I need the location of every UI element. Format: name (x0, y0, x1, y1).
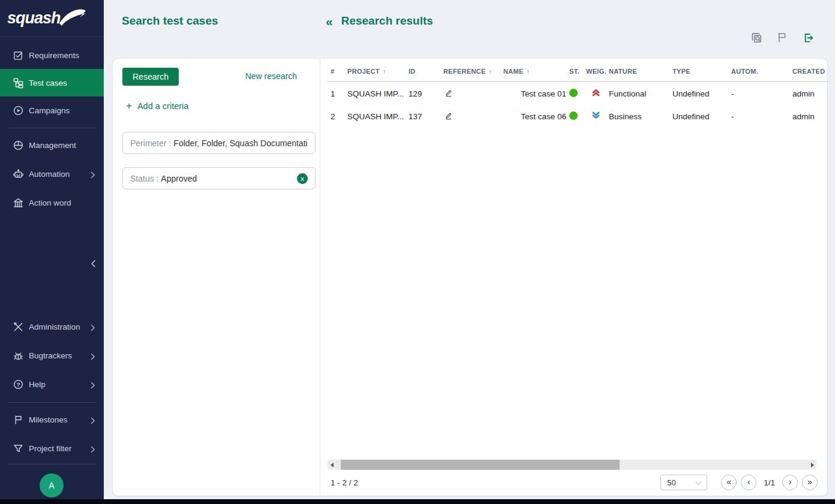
col-header-created[interactable]: CREATED (789, 59, 828, 82)
cell-type: Undefined (669, 105, 728, 128)
sort-asc-icon: ↑ (489, 68, 492, 75)
cell-reference (440, 82, 500, 105)
previous-page-button[interactable]: ‹ (741, 475, 756, 490)
sidebar-item-help[interactable]: ? Help (0, 370, 104, 399)
search-card: Research New research + Add a criteria P… (112, 58, 828, 496)
col-header-reference[interactable]: REFERENCE↑ (440, 59, 500, 82)
page-size-select[interactable]: 50 (660, 475, 707, 490)
first-page-button[interactable]: « (721, 475, 737, 490)
table-row[interactable]: 2 SQUASH IMP... 137 Test case 06 Busines… (328, 105, 828, 128)
sidebar-divider (7, 464, 97, 464)
sidebar-item-campaigns[interactable]: Campaigns (0, 96, 104, 124)
chevron-right-icon (91, 445, 97, 452)
export-icon[interactable] (801, 31, 815, 44)
remove-criteria-button[interactable]: x (297, 173, 308, 184)
sidebar-item-bugtrackers[interactable]: Bugtrackers (0, 341, 104, 370)
sort-asc-icon: ↑ (527, 68, 530, 75)
col-header-id[interactable]: ID (406, 59, 440, 82)
search-related-icon[interactable] (750, 31, 763, 44)
sidebar-item-label: Project filter (29, 444, 71, 453)
status-dot-icon (569, 89, 578, 97)
table-row[interactable]: 1 SQUASH IMP... 129 Test case 01 Functio… (328, 82, 828, 105)
sidebar-collapse-button[interactable] (86, 256, 100, 271)
col-header-automation[interactable]: AUTOM. (728, 59, 789, 82)
col-header-index[interactable]: # (328, 59, 344, 82)
sidebar-divider (7, 128, 97, 128)
criteria-chip-status[interactable]: Status : Approved x (122, 167, 316, 189)
criteria-label: Status : (130, 174, 161, 183)
scroll-right-arrow[interactable] (808, 460, 816, 470)
flag-icon (12, 414, 24, 425)
collapse-results-button[interactable]: « (326, 15, 333, 28)
sidebar-item-requirements[interactable]: Requirements (0, 41, 104, 69)
cell-name: Test case 06 (500, 105, 566, 128)
cell-name: Test case 01 (500, 82, 566, 105)
sidebar-item-label: Help (29, 380, 46, 389)
new-research-link[interactable]: New research (245, 71, 297, 81)
horizontal-scrollbar[interactable] (328, 460, 816, 470)
milestone-flag-icon[interactable] (776, 31, 789, 44)
logo-text: squash (7, 9, 61, 28)
sidebar-item-label: Administration (29, 322, 80, 331)
scroll-left-arrow[interactable] (328, 460, 336, 470)
add-criteria-button[interactable]: + Add a criteria (126, 100, 188, 112)
page-indicator: 1/1 (764, 478, 775, 487)
sidebar-item-milestones[interactable]: Milestones (0, 405, 104, 434)
automation-icon (12, 168, 24, 180)
research-button[interactable]: Research (122, 68, 179, 86)
last-page-button[interactable]: » (802, 475, 818, 490)
squash-logo[interactable]: squash (0, 0, 104, 37)
sidebar-item-test-cases[interactable]: Test cases (0, 69, 104, 96)
sidebar-item-label: Requirements (29, 51, 79, 60)
sidebar-item-label: Automation (29, 170, 70, 179)
tools-icon (12, 321, 24, 333)
col-header-name[interactable]: NAME↑ (500, 59, 566, 82)
edit-reference-icon[interactable] (443, 90, 453, 99)
chevron-right-icon (91, 323, 97, 330)
page-title-results: Research results (341, 14, 433, 28)
cell-weight (583, 82, 606, 105)
sidebar-item-administration[interactable]: Administration (0, 312, 104, 341)
page-title-search: Search test cases (122, 14, 218, 28)
results-panel: # PROJECT↑ ID REFERENCE↑ NAME↑ ST. WEIG.… (320, 59, 827, 496)
sidebar-item-label: Campaigns (29, 106, 70, 115)
research-panel: Research New research + Add a criteria P… (113, 59, 320, 496)
sidebar-item-label: Milestones (29, 415, 68, 424)
sidebar-item-label: Bugtrackers (29, 351, 72, 360)
sidebar-item-project-filter[interactable]: Project filter (0, 434, 104, 463)
status-dot-icon (569, 111, 578, 120)
avatar-initial: A (49, 481, 54, 490)
chevron-right-icon (91, 352, 97, 359)
col-header-type[interactable]: TYPE (669, 59, 728, 82)
next-page-button[interactable]: › (782, 475, 798, 490)
edit-reference-icon[interactable] (443, 113, 453, 122)
scrollbar-thumb[interactable] (341, 460, 620, 470)
col-header-status[interactable]: ST. (566, 59, 583, 82)
cell-automation: - (728, 82, 789, 105)
page-size-value: 50 (667, 478, 675, 487)
bottom-border-bar (0, 499, 835, 504)
cell-id: 129 (406, 82, 440, 105)
funnel-icon (12, 442, 24, 454)
requirements-icon (12, 49, 24, 61)
svg-text:?: ? (16, 381, 20, 387)
help-icon: ? (12, 378, 24, 390)
bug-icon (12, 349, 24, 361)
table-header-row: # PROJECT↑ ID REFERENCE↑ NAME↑ ST. WEIG.… (328, 59, 828, 82)
sidebar-item-label: Test cases (29, 79, 67, 87)
user-avatar[interactable]: A (40, 473, 64, 497)
cell-reference (440, 105, 500, 128)
col-header-project[interactable]: PROJECT↑ (344, 59, 406, 82)
col-header-nature[interactable]: NATURE (606, 59, 669, 82)
cell-type: Undefined (669, 82, 728, 105)
col-header-weight[interactable]: WEIG... (583, 59, 606, 82)
action-word-icon (12, 197, 24, 209)
sidebar-item-management[interactable]: Management (0, 131, 104, 159)
sidebar-item-action-word[interactable]: Action word (0, 188, 104, 217)
cell-project: SQUASH IMP... (344, 82, 406, 105)
cell-project: SQUASH IMP... (344, 105, 406, 128)
weight-high-icon (591, 88, 600, 97)
sidebar: squash Requirements Test cases Campaigns… (0, 0, 104, 504)
criteria-chip-perimeter[interactable]: Perimeter : Folder, Folder, Squash Docum… (122, 132, 316, 154)
sidebar-item-automation[interactable]: Automation (0, 159, 104, 188)
